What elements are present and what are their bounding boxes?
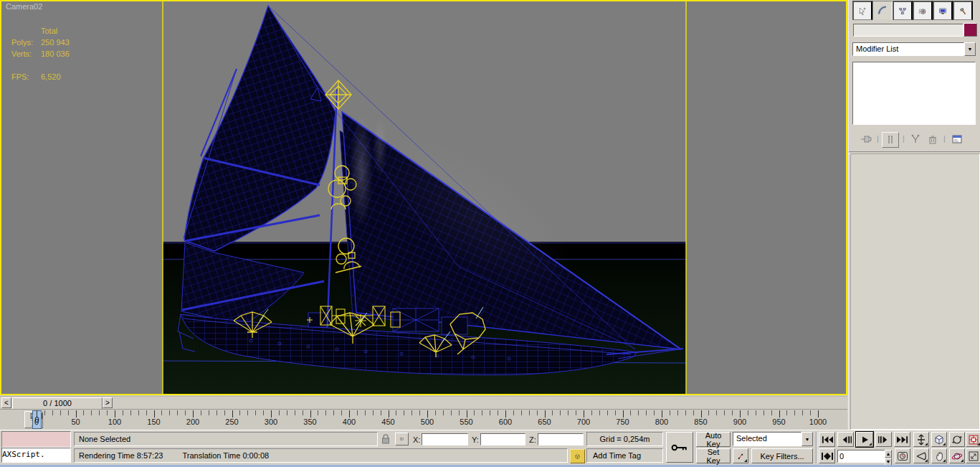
ruler-tick <box>193 410 194 418</box>
ruler-tick <box>443 410 444 415</box>
frame-number-field[interactable] <box>837 450 886 463</box>
play-button[interactable] <box>856 432 873 447</box>
z-coordinate-label: Z: <box>529 435 536 444</box>
modifier-stack-list[interactable] <box>852 62 976 125</box>
key-mode-dropdown[interactable]: Selected ▼ <box>733 432 813 446</box>
zoom-button[interactable] <box>913 432 929 447</box>
key-filters-button[interactable]: Key Filters... <box>751 448 813 463</box>
ruler-tick <box>537 410 538 415</box>
default-tangents-button[interactable] <box>733 448 748 463</box>
ruler-tick-label: 600 <box>499 418 512 426</box>
ruler-tick <box>435 410 436 415</box>
absolute-mode-transform-toggle[interactable] <box>395 433 409 445</box>
zoom-extents-all-button[interactable] <box>966 432 980 447</box>
ruler-tick <box>591 410 592 415</box>
ruler-tick <box>154 410 155 418</box>
camera-viewport[interactable]: Camera02 Total Polys: 250 943 Verts: 180… <box>0 0 847 395</box>
key-mode-toggle-button[interactable] <box>819 448 835 463</box>
make-unique-icon <box>909 133 922 145</box>
ruler-tick <box>623 410 624 418</box>
ruler-tick <box>802 410 803 415</box>
toolbar-separator: | <box>903 134 905 143</box>
ruler-tick <box>818 410 819 418</box>
tab-modify[interactable] <box>872 1 893 20</box>
object-name-field[interactable] <box>853 24 964 37</box>
set-key-button[interactable]: Set Key <box>696 448 731 463</box>
tab-display[interactable] <box>933 1 953 20</box>
y-coordinate-field[interactable] <box>480 433 525 445</box>
zoom-extents-button[interactable] <box>931 432 947 447</box>
next-frame-button[interactable] <box>875 432 892 447</box>
trackbar-ruler[interactable]: 0 05010015020025030035040045050055060065… <box>0 409 847 430</box>
modifier-list-dropdown[interactable]: Modifier List ▼ <box>852 42 976 56</box>
viewport-label[interactable]: Camera02 <box>6 2 42 11</box>
configure-modifier-sets-button[interactable] <box>949 133 965 147</box>
maximize-viewport-toggle[interactable] <box>966 448 980 463</box>
x-coordinate-field[interactable] <box>422 433 468 445</box>
remove-modifier-button[interactable] <box>925 133 941 147</box>
ruler-tick <box>498 410 498 415</box>
tab-create[interactable] <box>852 1 872 20</box>
ruler-tick <box>685 410 686 415</box>
tab-hierarchy[interactable] <box>893 1 913 20</box>
toolbar-separator: | <box>943 134 946 143</box>
object-color-swatch[interactable] <box>964 23 977 37</box>
translation-time-text: Translation Time 0:00:08 <box>165 451 269 460</box>
maxscript-listener-input[interactable]: AXScript. <box>1 448 71 463</box>
key-mode-selected-value: Selected <box>733 432 801 446</box>
time-configuration-button[interactable] <box>895 448 910 463</box>
z-coordinate-field[interactable] <box>538 433 584 445</box>
orbit-camera-button[interactable] <box>949 432 965 447</box>
key-mode-dropdown-button[interactable]: ▼ <box>801 432 813 446</box>
create-arrow-icon <box>858 4 867 19</box>
ruler-tick <box>794 410 795 415</box>
chevron-down-icon: ▼ <box>805 437 810 442</box>
modifier-list-dropdown-button[interactable]: ▼ <box>964 42 976 56</box>
ruler-tick <box>451 410 452 415</box>
pin-stack-button[interactable] <box>858 133 874 147</box>
ruler-tick <box>779 410 780 418</box>
add-time-tag[interactable]: Add Time Tag <box>586 448 663 463</box>
command-panel-rollout-area <box>850 154 980 430</box>
orbit-button[interactable] <box>949 448 965 463</box>
go-to-end-button[interactable] <box>894 432 910 447</box>
selection-lock-toggle[interactable] <box>381 433 391 446</box>
ruler-tick <box>521 410 522 415</box>
ruler-tick <box>239 410 240 415</box>
min-max-toggle-icon <box>968 451 979 462</box>
ruler-tick <box>732 410 733 415</box>
previous-frame-button[interactable] <box>837 432 854 447</box>
stats-polys-label: Polys: <box>11 38 33 47</box>
maxscript-listener-output[interactable] <box>1 431 71 448</box>
make-unique-button[interactable] <box>908 133 923 147</box>
spinner-up-icon[interactable]: ▲ <box>885 450 892 458</box>
command-panel: Modifier List ▼ | | | <box>848 0 980 430</box>
frame-spinner[interactable]: ▲ ▼ <box>885 450 892 466</box>
tab-utilities[interactable] <box>953 1 973 20</box>
ruler-tick <box>287 410 287 415</box>
time-slider-prev-button[interactable]: < <box>1 397 11 408</box>
tab-motion[interactable] <box>913 1 933 20</box>
ruler-tick-label: 400 <box>343 418 356 426</box>
ruler-tick <box>130 410 131 415</box>
time-slider-next-button[interactable]: > <box>103 397 113 408</box>
ruler-tick-label: 150 <box>147 418 160 426</box>
ruler-tick <box>52 410 53 415</box>
pan-button[interactable] <box>931 448 947 463</box>
ruler-tick <box>560 410 561 415</box>
go-to-start-button[interactable] <box>819 432 835 447</box>
lock-icon <box>381 433 391 445</box>
auto-key-button[interactable]: Auto Key <box>696 432 731 447</box>
ruler-tick-label: 650 <box>538 418 551 426</box>
ruler-tick <box>756 410 756 415</box>
ruler-tick <box>419 410 420 415</box>
show-end-result-button[interactable] <box>882 132 899 148</box>
next-frame-icon <box>878 435 890 444</box>
set-keys-button[interactable] <box>666 432 693 463</box>
flyout-corner <box>943 459 946 462</box>
ruler-tick <box>670 410 670 415</box>
field-of-view-button[interactable] <box>913 448 929 463</box>
stats-fps-value: 6,520 <box>41 72 61 81</box>
adaptive-degradation-toggle[interactable] <box>570 449 585 463</box>
ruler-tick-label: 850 <box>694 418 707 426</box>
